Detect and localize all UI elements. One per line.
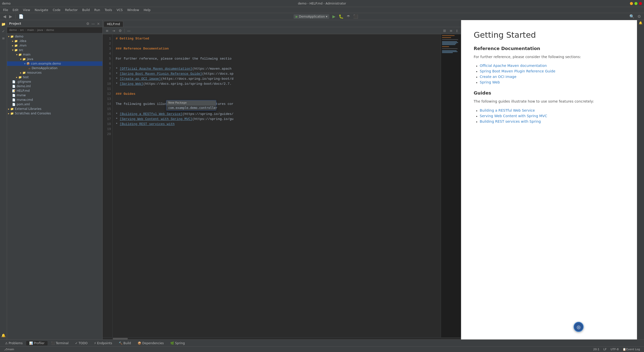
tree-demo[interactable]: ▾ 📁 demo bbox=[7, 34, 102, 39]
menu-view[interactable]: View bbox=[21, 8, 32, 12]
line-col-indicator[interactable]: 20:1 bbox=[591, 348, 601, 351]
breadcrumb-java[interactable]: java bbox=[37, 28, 43, 32]
sidebar-gear-icon[interactable]: ⚙ bbox=[86, 21, 90, 26]
close-btn[interactable] bbox=[639, 2, 642, 5]
tree-mvnw-cmd[interactable]: 📄 mvnw.cmd bbox=[7, 98, 102, 102]
recent-files-btn[interactable]: 📄 bbox=[18, 14, 25, 19]
line-ending-indicator[interactable]: LF bbox=[601, 348, 609, 351]
breadcrumb-demo2[interactable]: demo bbox=[46, 28, 54, 32]
horizontal-scrollbar[interactable] bbox=[103, 337, 461, 339]
preview-guides-links: Building a RESTful Web Service Serving W… bbox=[474, 108, 624, 123]
tree-mvn[interactable]: ▸ 📁 .mvn bbox=[7, 43, 102, 48]
tree-resources[interactable]: ▸ 📁 resources bbox=[7, 70, 102, 75]
tab-todo[interactable]: ✓ TODO bbox=[72, 341, 91, 345]
event-log-btn[interactable]: 📋 Event Log bbox=[621, 348, 642, 351]
menu-edit[interactable]: Edit bbox=[11, 8, 20, 12]
tab-problems[interactable]: ⚠ Problems bbox=[2, 341, 26, 345]
link-rest-services[interactable]: Building REST services with Spring bbox=[480, 119, 541, 123]
list-view-icon[interactable]: ≡ bbox=[449, 28, 454, 33]
menu-refactor[interactable]: Refactor bbox=[63, 8, 79, 12]
link-spring-boot-maven[interactable]: Spring Boot Maven Plugin Reference Guide bbox=[480, 69, 555, 73]
notifications-btn[interactable]: 🔔 bbox=[1, 332, 7, 338]
encoding-indicator[interactable]: UTF-8 bbox=[609, 348, 621, 351]
link-maven[interactable]: Official Apache Maven documentation bbox=[480, 64, 547, 68]
code-editor[interactable]: 1 2 3 4 5 6 7 8 9 10 11 12 13 14 bbox=[103, 34, 461, 337]
run-config-dropdown[interactable]: ▶ DemoApplication ▾ bbox=[294, 14, 329, 19]
structure-icon[interactable]: ≡ bbox=[105, 28, 110, 33]
breadcrumb-demo[interactable]: demo bbox=[9, 28, 17, 32]
menu-help[interactable]: Help bbox=[142, 8, 152, 12]
git-branch[interactable]: ⎇ main bbox=[2, 347, 16, 352]
link-oci[interactable]: Create an OCI image bbox=[480, 75, 516, 79]
minimize-btn[interactable] bbox=[630, 2, 633, 5]
tree-main[interactable]: ▾ 📁 main bbox=[7, 52, 102, 57]
tab-build[interactable]: 🔨 Build bbox=[116, 341, 134, 345]
tab-dependencies[interactable]: 📦 Dependencies bbox=[135, 341, 167, 345]
link-spring-web[interactable]: Spring Web bbox=[480, 80, 500, 84]
tab-endpoints[interactable]: ⚡ Endpoints bbox=[91, 341, 115, 345]
tree-external-libraries[interactable]: ▸ 📁 External Libraries bbox=[7, 107, 102, 111]
link-restful[interactable]: Building a RESTful Web Service bbox=[480, 108, 535, 112]
window-title: demo - HELP.md - Administrator bbox=[298, 2, 346, 5]
autocomplete-item[interactable]: com.example.demo.controller bbox=[166, 105, 216, 110]
menu-build[interactable]: Build bbox=[80, 8, 92, 12]
debug-btn[interactable]: 🐛 bbox=[338, 14, 345, 19]
breadcrumb-main[interactable]: main bbox=[27, 28, 34, 32]
menu-code[interactable]: Code bbox=[51, 8, 63, 12]
tree-test[interactable]: ▸ 📁 test bbox=[7, 75, 102, 79]
menu-file[interactable]: File bbox=[1, 8, 10, 12]
tab-profiler[interactable]: 📊 Profiler bbox=[26, 341, 48, 345]
sidebar-collapse-icon[interactable]: — bbox=[91, 21, 95, 26]
tab-help-md[interactable]: HELP.md bbox=[104, 21, 123, 27]
tree-demo-application[interactable]: ☕ DemoApplication bbox=[7, 66, 102, 70]
tree-label-pom-xml: pom.xml bbox=[17, 103, 30, 106]
tree-java[interactable]: ▾ 📁 java bbox=[7, 57, 102, 61]
tree-com-example-demo[interactable]: ▾ 📦 com.example.demo bbox=[7, 61, 102, 66]
settings-btn[interactable]: ⚙ bbox=[636, 14, 642, 19]
stop-btn[interactable]: ⬛ bbox=[352, 14, 359, 19]
tree-pom-xml[interactable]: 📄 pom.xml bbox=[7, 102, 102, 107]
list-item: Create an OCI image bbox=[480, 75, 624, 79]
tree-label-com-example-demo: com.example.demo bbox=[31, 62, 61, 65]
commit-btn[interactable]: ✓ bbox=[1, 28, 7, 34]
problems-icon: ⚠ bbox=[5, 341, 9, 345]
tree-mvnw[interactable]: 📄 mvnw bbox=[7, 93, 102, 98]
link-serving-web[interactable]: Serving Web Content with Spring MVC bbox=[480, 114, 547, 118]
code-content[interactable]: # Getting Started ### Reference Document… bbox=[113, 34, 441, 337]
floating-action-btn[interactable]: ◎ bbox=[574, 322, 584, 332]
coverage-btn[interactable]: ☂ bbox=[346, 14, 351, 19]
notifications-right-btn[interactable]: 🔔 bbox=[639, 21, 642, 25]
maximize-btn[interactable] bbox=[634, 2, 637, 5]
tree-idea[interactable]: ▸ 📁 .idea bbox=[7, 39, 102, 43]
grid-view-icon[interactable]: ⊞ bbox=[442, 28, 447, 33]
tab-terminal[interactable]: ⬛ Terminal bbox=[48, 341, 72, 345]
tab-spring[interactable]: 🌿 Spring bbox=[167, 341, 188, 345]
sidebar-close-icon[interactable]: × bbox=[96, 21, 100, 26]
fold-icon[interactable]: — bbox=[126, 28, 132, 33]
project-tool-btn[interactable]: 📁 bbox=[1, 21, 7, 27]
menu-window[interactable]: Window bbox=[125, 8, 141, 12]
folder-icon: ▸ 📁 bbox=[20, 71, 26, 74]
menu-navigate[interactable]: Navigate bbox=[33, 8, 50, 12]
run-btn[interactable]: ▶ bbox=[331, 14, 336, 19]
breadcrumb-src[interactable]: src bbox=[20, 28, 24, 32]
tree-gitignore[interactable]: 📄 .gitignore bbox=[7, 79, 102, 84]
menu-vcs[interactable]: VCS bbox=[114, 8, 125, 12]
tree-demo-iml[interactable]: 📄 demo.iml bbox=[7, 84, 102, 89]
search-everywhere-btn[interactable]: 🔍 bbox=[628, 14, 635, 19]
tree-help-md[interactable]: 📝 HELP.md bbox=[7, 89, 102, 93]
columns-icon[interactable]: ⫿ bbox=[455, 28, 459, 33]
line-col-label: 20:1 bbox=[593, 348, 599, 351]
code-line-4 bbox=[116, 51, 438, 56]
back-btn[interactable]: ◀ bbox=[2, 14, 7, 19]
code-line-18: * [Building REST services with bbox=[116, 122, 438, 127]
structure-btn[interactable]: ≡ bbox=[1, 35, 7, 41]
settings-icon[interactable]: ⚙ bbox=[117, 28, 123, 33]
indent-icon[interactable]: ⇥ bbox=[111, 28, 116, 33]
tree-scratches[interactable]: ▸ 📁 Scratches and Consoles bbox=[7, 111, 102, 116]
tree-src[interactable]: ▾ 📁 src bbox=[7, 48, 102, 52]
menu-run[interactable]: Run bbox=[92, 8, 102, 12]
tree-label-scratches: Scratches and Consoles bbox=[15, 112, 51, 115]
forward-btn[interactable]: ▶ bbox=[8, 14, 13, 19]
menu-tools[interactable]: Tools bbox=[103, 8, 114, 12]
